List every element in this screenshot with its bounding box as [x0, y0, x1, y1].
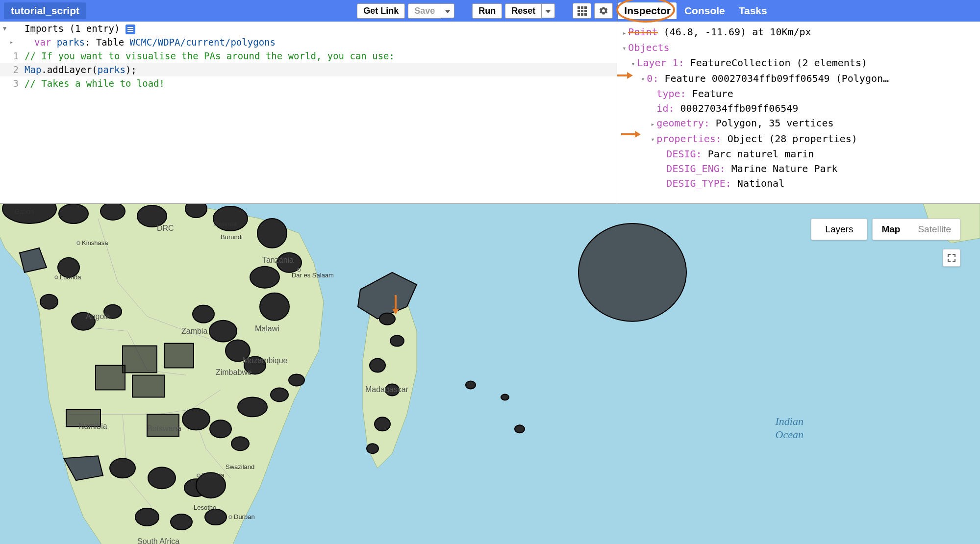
- import-name: parks: [57, 37, 85, 48]
- svg-point-8: [250, 267, 279, 288]
- label-tanzania: Tanzania: [262, 256, 294, 264]
- svg-point-44: [205, 509, 226, 525]
- svg-rect-12: [96, 366, 125, 390]
- svg-point-6: [257, 219, 287, 248]
- svg-point-15: [209, 321, 237, 342]
- label-eswatini: Swaziland: [226, 463, 254, 470]
- label-luanda: Luanda: [60, 273, 81, 281]
- inspector-point[interactable]: ▸Point (46.8, -11.69) at 10Km/px: [622, 25, 975, 40]
- svg-point-19: [40, 295, 58, 309]
- inspector-desig-type: DESIG_TYPE: National: [622, 176, 975, 191]
- save-button-group[interactable]: Save: [408, 3, 454, 19]
- code-line-3: // Takes a while to load!: [25, 78, 165, 89]
- svg-point-32: [289, 374, 304, 386]
- get-link-button[interactable]: Get Link: [357, 3, 405, 19]
- map-controls: Layers Map Satellite: [811, 219, 960, 240]
- svg-point-35: [370, 359, 385, 372]
- svg-point-14: [193, 305, 214, 323]
- svg-point-1: [59, 204, 88, 223]
- run-button[interactable]: Run: [472, 3, 502, 19]
- app-root: tutorial_script Get Link Save Run Reset: [0, 0, 980, 544]
- svg-point-26: [231, 437, 249, 450]
- inspector-layer[interactable]: ▾Layer 1: FeatureCollection (2 elements): [622, 55, 975, 71]
- map-type-map[interactable]: Map: [873, 219, 909, 240]
- apps-button[interactable]: [573, 3, 591, 19]
- map-type-toggle[interactable]: Map Satellite: [872, 219, 960, 240]
- svg-rect-13: [132, 375, 164, 397]
- label-zambia: Zambia: [181, 327, 207, 335]
- svg-point-34: [390, 336, 404, 346]
- inspector-desig: DESIG: Parc naturel marin: [622, 147, 975, 161]
- svg-point-9: [260, 293, 289, 321]
- label-namibia: Namibia: [78, 422, 107, 430]
- editor-toolbar: tutorial_script Get Link Save Run Reset: [0, 0, 617, 22]
- inspector-pane: Inspector Console Tasks ▸Point (46.8, -1…: [617, 0, 980, 203]
- inspector-type: type: Feature: [622, 86, 975, 101]
- reset-dropdown-caret[interactable]: [542, 3, 555, 18]
- layers-button[interactable]: Layers: [811, 219, 867, 240]
- svg-point-28: [148, 467, 176, 489]
- svg-point-25: [210, 420, 231, 438]
- inspector-properties[interactable]: ▾properties: Object (28 properties): [622, 131, 975, 147]
- ocean-label: IndianOcean: [776, 415, 804, 441]
- svg-point-37: [375, 417, 390, 431]
- label-south-africa: South Africa: [137, 537, 179, 544]
- svg-rect-10: [123, 346, 157, 373]
- import-keyword: var: [34, 37, 51, 48]
- imports-icon[interactable]: [126, 25, 135, 34]
- label-durban: Durban: [234, 513, 255, 520]
- code-line-1: // If you want to visualise the PAs arou…: [25, 50, 395, 61]
- svg-point-30: [238, 397, 267, 417]
- inspector-id: id: 00027034ffb09ff06549: [622, 101, 975, 116]
- label-gabon: Gabon: [15, 208, 34, 215]
- svg-point-31: [271, 388, 288, 401]
- gear-icon: [599, 6, 608, 15]
- label-angola: Angola: [86, 312, 110, 321]
- editor-pane: tutorial_script Get Link Save Run Reset: [0, 0, 617, 203]
- tab-console[interactable]: Console: [678, 2, 731, 19]
- svg-point-43: [171, 514, 192, 530]
- map-canvas[interactable]: Angola DRC Zambia Namibia Botswana Zimba…: [0, 204, 980, 544]
- right-tabs: Inspector Console Tasks: [617, 0, 980, 22]
- label-drc: DRC: [157, 224, 174, 232]
- marine-park-feature[interactable]: [578, 223, 686, 321]
- inspector-geometry[interactable]: ▸geometry: Polygon, 35 vertices: [622, 116, 975, 131]
- script-title[interactable]: tutorial_script: [4, 2, 86, 19]
- tab-inspector[interactable]: Inspector: [618, 2, 677, 19]
- tab-tasks[interactable]: Tasks: [733, 2, 773, 19]
- reset-button-group[interactable]: Reset: [505, 3, 555, 19]
- svg-point-2: [101, 204, 125, 220]
- label-mozambique: Mozambique: [243, 356, 288, 365]
- svg-rect-11: [164, 344, 194, 368]
- landmass-africa: [0, 204, 324, 544]
- label-malawi: Malawi: [255, 324, 279, 333]
- save-button[interactable]: Save: [408, 3, 441, 19]
- label-kinshasa: Kinshasa: [82, 239, 108, 247]
- inspector-tree[interactable]: ▸Point (46.8, -11.69) at 10Km/px ▾Object…: [617, 22, 980, 203]
- svg-point-40: [501, 394, 509, 400]
- inspector-feature-0[interactable]: ▾0: Feature 00027034ffb09ff06549 (Polygo…: [622, 71, 975, 87]
- label-burundi: Burundi: [221, 233, 243, 241]
- svg-point-39: [466, 381, 476, 389]
- imports-header[interactable]: Imports (1 entry): [25, 23, 120, 34]
- map-pane[interactable]: Angola DRC Zambia Namibia Botswana Zimba…: [0, 203, 980, 544]
- fullscreen-button[interactable]: [943, 249, 960, 267]
- reset-button[interactable]: Reset: [505, 3, 542, 19]
- label-dar: Dar es Salaam: [292, 272, 334, 279]
- import-path[interactable]: WCMC/WDPA/current/polygons: [130, 37, 276, 48]
- map-type-satellite[interactable]: Satellite: [909, 219, 960, 240]
- svg-point-27: [110, 458, 135, 478]
- label-zimbabwe: Zimbabwe: [216, 369, 252, 377]
- fullscreen-icon: [948, 254, 955, 262]
- svg-point-4: [185, 204, 207, 218]
- label-botswana: Botswana: [147, 424, 181, 433]
- save-dropdown-caret[interactable]: [441, 3, 454, 18]
- top-panes: tutorial_script Get Link Save Run Reset: [0, 0, 980, 203]
- inspector-objects[interactable]: ▾Objects: [622, 40, 975, 56]
- svg-point-33: [379, 313, 395, 325]
- code-editor[interactable]: ▼Imports (1 entry) ▸var parks: Table WCM…: [0, 22, 617, 203]
- svg-point-38: [367, 444, 378, 453]
- settings-button[interactable]: [594, 3, 613, 19]
- svg-point-42: [135, 508, 159, 526]
- label-madagascar: Madagascar: [365, 385, 409, 394]
